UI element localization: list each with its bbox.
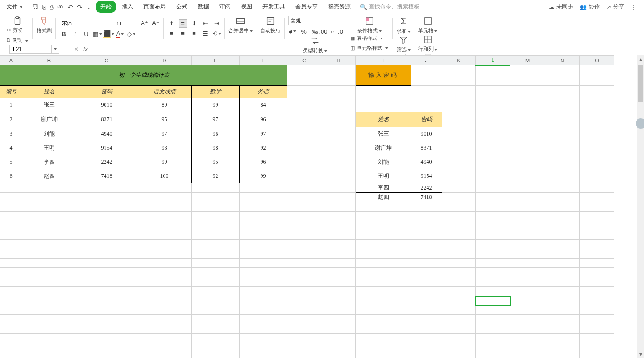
cell[interactable]: 89	[137, 98, 192, 112]
align-bottom-button[interactable]: ⬇	[190, 19, 198, 28]
cell[interactable]: 99	[192, 98, 240, 112]
col-I[interactable]: I	[356, 56, 411, 65]
scroll-thumb[interactable]	[638, 65, 643, 102]
tab-review[interactable]: 审阅	[215, 1, 235, 13]
cell[interactable]: 谢广坤	[22, 112, 76, 127]
input-password-label[interactable]: 输入密码	[356, 65, 411, 86]
col-A[interactable]: A	[0, 56, 22, 65]
underline-button[interactable]: U	[82, 30, 90, 38]
tab-start[interactable]: 开始	[96, 1, 116, 13]
tab-formula[interactable]: 公式	[172, 1, 192, 13]
scroll-up-icon[interactable]: ▴	[637, 55, 644, 63]
side-panel-toggle-icon[interactable]	[636, 118, 644, 129]
paste-button[interactable]	[12, 16, 22, 26]
cell[interactable]: 李四	[22, 155, 76, 169]
side-cell[interactable]: 9154	[411, 169, 442, 183]
cell[interactable]: 92	[240, 141, 287, 155]
side-cell[interactable]: 谢广坤	[356, 141, 411, 155]
cell[interactable]: 7418	[76, 169, 137, 183]
filter-button[interactable]: 筛选	[397, 35, 411, 53]
side-cell[interactable]: 赵四	[356, 193, 411, 202]
align-right-button[interactable]: ≡	[190, 30, 198, 38]
cell-style-button[interactable]: ◫ 单元格样式	[349, 44, 389, 52]
col-B[interactable]: B	[22, 56, 76, 65]
cell[interactable]: 3	[0, 127, 22, 141]
cell[interactable]: 98	[137, 141, 192, 155]
increase-indent-button[interactable]: ⇥	[212, 19, 221, 28]
cell[interactable]: 96	[192, 127, 240, 141]
fx-button[interactable]: fx	[83, 46, 88, 53]
distribute-button[interactable]: ☰	[201, 30, 210, 38]
cell[interactable]: 8371	[76, 112, 137, 127]
decrease-decimal-button[interactable]: ←.0	[333, 27, 342, 36]
collab-button[interactable]: 👥 协作	[580, 3, 600, 11]
type-convert-button[interactable]: 类型转换	[303, 36, 327, 54]
cell[interactable]: 98	[192, 141, 240, 155]
fill-color-button[interactable]: ⬛	[105, 30, 113, 38]
tab-member[interactable]: 会员专享	[291, 1, 322, 13]
vertical-scrollbar[interactable]: ▴ ▾	[637, 55, 644, 358]
tab-insert[interactable]: 插入	[117, 1, 138, 13]
print-icon[interactable]: ⎙	[50, 3, 53, 11]
cut-button[interactable]: ✂ 剪切	[6, 26, 29, 34]
hdr-math[interactable]: 数学	[192, 86, 240, 98]
col-L[interactable]: L	[476, 56, 510, 65]
hdr-name[interactable]: 姓名	[22, 86, 76, 98]
cell[interactable]: 9010	[76, 98, 137, 112]
align-center-button[interactable]: ≡	[179, 30, 187, 38]
orientation-button[interactable]: ⟲	[212, 30, 221, 38]
active-cell-L21[interactable]	[476, 296, 510, 305]
cell[interactable]: 100	[137, 169, 192, 183]
share-button[interactable]: ↗ 分享	[607, 3, 624, 11]
side-hdr-pwd[interactable]: 密码	[411, 112, 442, 127]
decrease-font-button[interactable]: A⁻	[151, 19, 160, 28]
cell[interactable]: 9154	[76, 141, 137, 155]
bold-button[interactable]: B	[60, 30, 68, 38]
format-painter-button[interactable]: 格式刷	[37, 16, 52, 34]
cancel-icon[interactable]: ✕	[74, 46, 79, 53]
cell[interactable]: 2	[0, 112, 22, 127]
cell[interactable]: 4	[0, 141, 22, 155]
cell[interactable]: 6	[0, 169, 22, 183]
percent-button[interactable]: %	[300, 27, 308, 36]
copy-button[interactable]: ⧉ 复制	[6, 36, 29, 44]
side-cell[interactable]: 王明	[356, 169, 411, 183]
undo-icon[interactable]: ↶	[67, 3, 73, 11]
cell[interactable]: 2242	[76, 155, 137, 169]
cell[interactable]: 92	[192, 169, 240, 183]
currency-button[interactable]: ¥	[288, 27, 297, 36]
save-icon[interactable]: 🖫	[32, 3, 38, 11]
cell[interactable]: 97	[240, 127, 287, 141]
font-size-select[interactable]	[114, 19, 137, 28]
hdr-chn[interactable]: 语文成绩	[137, 86, 192, 98]
side-cell[interactable]: 8371	[411, 141, 442, 155]
cell[interactable]: 96	[240, 112, 287, 127]
side-cell[interactable]: 张三	[356, 127, 411, 141]
number-format-select[interactable]	[288, 16, 330, 25]
cell[interactable]: 99	[240, 169, 287, 183]
col-J[interactable]: J	[411, 56, 442, 65]
clear-format-button[interactable]: ◇	[127, 30, 135, 38]
merge-center-button[interactable]: 合并居中	[228, 16, 253, 34]
spreadsheet[interactable]: A B C D E F G H I J K L M N O 初一学生成绩统计表 …	[0, 55, 644, 358]
cell[interactable]: 95	[137, 112, 192, 127]
align-middle-button[interactable]: ≡	[179, 19, 187, 28]
col-D[interactable]: D	[137, 56, 192, 65]
cell[interactable]: 张三	[22, 98, 76, 112]
unsync-button[interactable]: ☁ 未同步	[549, 3, 573, 11]
side-cell[interactable]: 7418	[411, 193, 442, 202]
col-G[interactable]: G	[287, 56, 322, 65]
cell[interactable]: 1	[0, 98, 22, 112]
wrap-text-button[interactable]: 自动换行	[260, 16, 281, 34]
align-top-button[interactable]: ⬆	[167, 19, 176, 28]
thousands-button[interactable]: ‰	[311, 27, 319, 36]
col-H[interactable]: H	[322, 56, 356, 65]
border-button[interactable]: ▦	[93, 30, 102, 38]
preview-icon[interactable]: 👁	[57, 3, 64, 11]
col-N[interactable]: N	[545, 56, 580, 65]
cell[interactable]: 99	[137, 155, 192, 169]
redo-icon[interactable]: ↷	[77, 3, 82, 11]
col-M[interactable]: M	[510, 56, 545, 65]
tab-dev-tools[interactable]: 开发工具	[258, 1, 290, 13]
cells-button[interactable]: 单元格	[418, 16, 437, 34]
